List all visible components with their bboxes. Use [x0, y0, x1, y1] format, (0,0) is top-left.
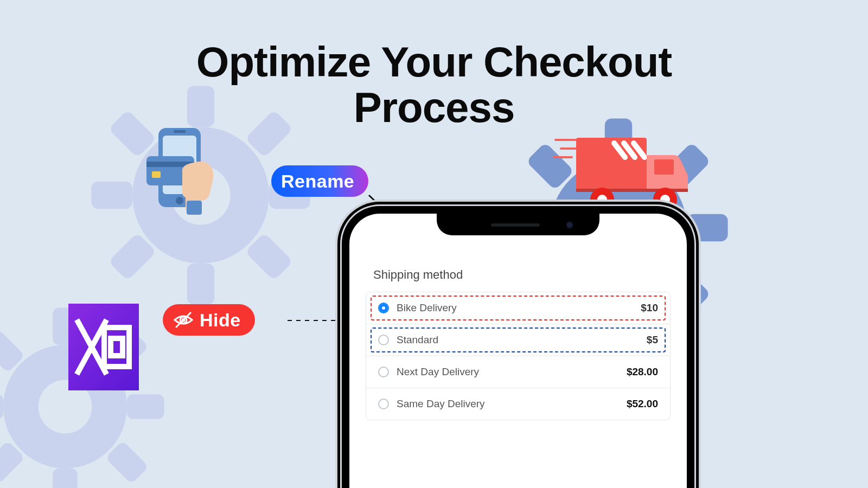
- shipping-method-list: Bike Delivery $10 Standard $5: [366, 292, 671, 420]
- svg-point-33: [176, 197, 183, 204]
- svg-rect-36: [152, 171, 161, 178]
- shipping-option[interactable]: Next Day Delivery $28.00: [366, 356, 670, 388]
- shipping-option-label: Same Day Delivery: [397, 398, 485, 410]
- svg-point-50: [660, 195, 670, 204]
- headline-line-1: Optimize Your Checkout: [196, 38, 672, 86]
- shipping-option[interactable]: Same Day Delivery $52.00: [366, 388, 670, 420]
- phone-mockup: Shipping method Bike Delivery $10: [342, 206, 694, 488]
- svg-rect-53: [104, 328, 129, 367]
- radio-unselected-icon[interactable]: [378, 399, 389, 409]
- svg-rect-37: [187, 201, 202, 215]
- shipping-option-label: Bike Delivery: [397, 302, 457, 314]
- svg-rect-54: [111, 338, 123, 356]
- eye-off-icon: [173, 309, 194, 331]
- radio-selected-icon[interactable]: [378, 303, 389, 313]
- shipping-option-price: $52.00: [627, 398, 658, 410]
- svg-rect-45: [654, 159, 674, 175]
- hide-pill-label: Hide: [200, 310, 241, 331]
- svg-rect-32: [174, 130, 186, 133]
- shipping-option-price: $5: [647, 334, 658, 346]
- shipping-option-price: $10: [641, 302, 658, 314]
- page-title: Optimize Your Checkout Process: [0, 39, 868, 130]
- brand-badge-icon: [68, 304, 139, 390]
- svg-point-48: [597, 195, 607, 204]
- shipping-method-heading: Shipping method: [373, 268, 671, 282]
- shipping-option[interactable]: Standard $5: [366, 324, 670, 356]
- radio-unselected-icon[interactable]: [378, 335, 389, 345]
- svg-line-57: [176, 312, 191, 328]
- shipping-option[interactable]: Bike Delivery $10: [366, 292, 670, 324]
- svg-rect-13: [0, 394, 3, 419]
- shipping-option-price: $28.00: [627, 366, 658, 378]
- svg-rect-3: [91, 182, 132, 209]
- radio-unselected-icon[interactable]: [378, 367, 389, 377]
- svg-rect-14: [127, 394, 164, 419]
- hide-pill: Hide: [163, 304, 255, 336]
- headline-line-2: Process: [354, 84, 515, 131]
- shipping-option-label: Standard: [397, 334, 438, 346]
- mobile-payment-icon: [141, 125, 228, 217]
- rename-pill-label: Rename: [281, 171, 354, 192]
- svg-rect-2: [187, 264, 214, 305]
- svg-rect-12: [53, 468, 78, 488]
- rename-pill: Rename: [271, 165, 368, 197]
- shipping-option-label: Next Day Delivery: [397, 366, 479, 378]
